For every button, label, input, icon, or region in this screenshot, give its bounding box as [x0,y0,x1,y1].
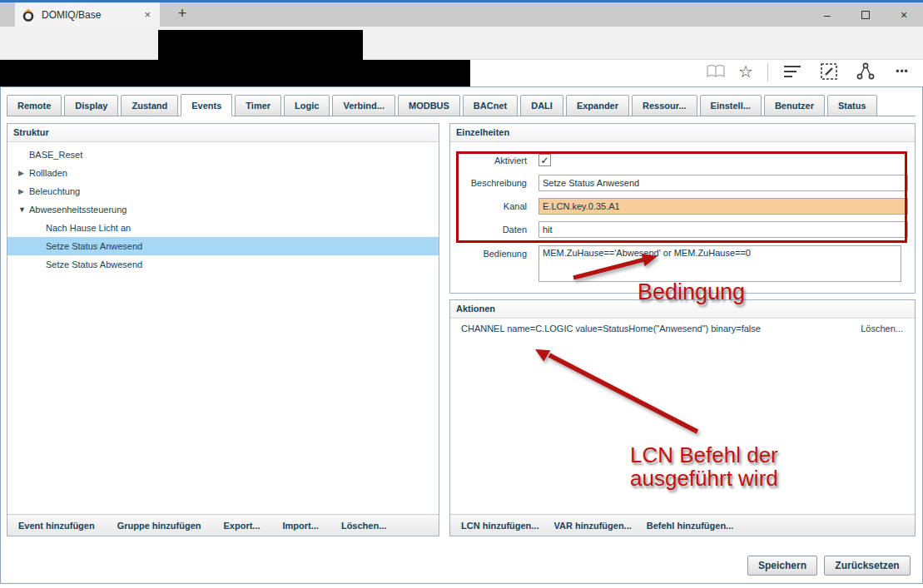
befehl-hinzufuegen-button[interactable]: Befehl hinzufügen... [647,521,734,531]
aktionen-panel-title: Aktionen [450,300,915,319]
event-hinzufuegen-button[interactable]: Event hinzufügen [18,521,95,531]
maximize-icon [861,11,870,19]
browser-toolbar: ← → ↻ ⌂ ☆ [0,27,923,60]
tab-bacnet[interactable]: BACnet [463,95,518,116]
browser-tab[interactable]: DOMIQ/Base × [15,2,160,27]
share-icon[interactable] [854,61,877,82]
reading-list-icon[interactable] [704,61,727,82]
import-button[interactable]: Import... [283,521,319,531]
new-tab-button[interactable]: + [166,2,198,27]
tab-einstellungen[interactable]: Einstell... [700,95,762,116]
event-tree: BASE_Reset ▶ Rollladen ▶ Beleuchtung ▼ A… [7,142,439,514]
tree-item-rollladen[interactable]: ▶ Rollladen [7,164,439,182]
tab-benutzer[interactable]: Benutzer [764,95,825,116]
aktionen-toolbar: LCN hinzufügen... VAR hinzufügen... Befe… [450,514,915,536]
tab-zustand[interactable]: Zustand [121,95,178,116]
tree-item-setze-status-abwesend[interactable]: Setze Status Abwesend [7,255,439,274]
tree-item-setze-status-anwesend[interactable]: Setze Status Anwesend [7,237,439,255]
speichern-button[interactable]: Speichern [747,556,817,576]
struktur-panel-title: Struktur [7,124,439,142]
collapse-arrow-icon[interactable]: ▶ [18,182,24,200]
beschreibung-label: Beschreibung [450,178,527,188]
minimize-button[interactable]: – [808,2,846,27]
tab-dali[interactable]: DALI [520,95,563,116]
tree-item-beleuchtung[interactable]: ▶ Beleuchtung [7,182,439,200]
redacted-address-bar [158,30,363,60]
tab-events[interactable]: Events [181,94,232,116]
expand-arrow-icon[interactable]: ▼ [18,200,26,219]
window-controls: – × [808,2,923,27]
daten-input[interactable] [538,221,908,238]
window-close-button[interactable]: × [885,2,923,27]
bedienung-label: Bedienung [450,249,527,259]
hub-icon[interactable] [781,61,804,82]
tab-ressourcen[interactable]: Ressour... [632,95,697,116]
tree-item-abwesenheitssteuerung[interactable]: ▼ Abwesenheitssteuerung [7,200,439,219]
action-delete-link[interactable]: Löschen... [861,324,903,334]
tab-logic[interactable]: Logic [284,95,330,116]
bedienung-textarea[interactable]: MEM.ZuHause=='Abwesend' or MEM.ZuHause==… [538,245,901,282]
einzelheiten-panel: Einzelheiten Aktiviert ✓ Beschreibung Ka… [449,123,916,294]
einzelheiten-panel-title: Einzelheiten [450,124,915,142]
aktionen-panel: Aktionen CHANNEL name=C.LOGIC value=Stat… [449,299,916,536]
browser-tab-title: DOMIQ/Base [42,9,141,21]
toolbar-separator [767,63,768,82]
tab-expander[interactable]: Expander [566,95,629,116]
app-tab-strip: Remote Display Zustand Events Timer Logi… [7,94,916,116]
loeschen-button[interactable]: Löschen... [341,521,386,531]
more-options-icon[interactable]: ••• [891,61,914,82]
screen: DOMIQ/Base × + – × ← → ↻ ⌂ ☆ [0,0,923,588]
maximize-button[interactable] [846,2,885,27]
gruppe-hinzufuegen-button[interactable]: Gruppe hinzufügen [117,521,201,531]
web-note-icon[interactable] [817,61,841,82]
tab-timer[interactable]: Timer [235,95,281,116]
tab-modbus[interactable]: MODBUS [398,95,460,116]
struktur-toolbar: Event hinzufügen Gruppe hinzufügen Expor… [7,514,439,536]
redacted-bookmarks-area [0,60,470,86]
lcn-hinzufuegen-button[interactable]: LCN hinzufügen... [461,521,538,531]
tree-item-nach-hause-licht-an[interactable]: Nach Hause Licht an [7,219,439,237]
export-button[interactable]: Export... [224,521,261,531]
tab-status[interactable]: Status [827,95,877,116]
kanal-input[interactable] [538,198,908,215]
tree-item-base-reset[interactable]: BASE_Reset [7,146,439,164]
aktiviert-checkbox[interactable]: ✓ [538,154,551,166]
action-row[interactable]: CHANNEL name=C.LOGIC value=StatusHome("A… [461,324,761,334]
browser-tab-bar: DOMIQ/Base × + – × [0,2,923,27]
collapse-arrow-icon[interactable]: ▶ [18,164,24,182]
aktiviert-label: Aktiviert [450,156,527,166]
tab-close-icon[interactable]: × [141,8,153,21]
var-hinzufuegen-button[interactable]: VAR hinzufügen... [553,521,631,531]
zuruecksetzen-button[interactable]: Zurücksetzen [824,556,911,576]
tab-remote[interactable]: Remote [7,95,62,116]
tab-verbindungen[interactable]: Verbind... [332,95,395,116]
tab-display[interactable]: Display [64,95,118,116]
favorites-star-icon[interactable]: ☆ [734,61,757,82]
daten-label: Daten [450,225,527,235]
kanal-label: Kanal [450,201,527,211]
favicon-icon [22,8,35,22]
beschreibung-input[interactable] [538,175,908,191]
struktur-panel: Struktur BASE_Reset ▶ Rollladen ▶ Beleuc… [7,123,439,536]
